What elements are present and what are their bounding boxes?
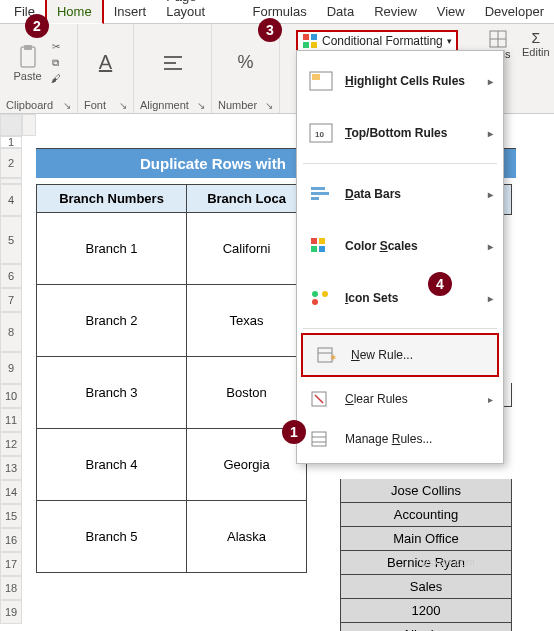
svg-rect-19	[311, 238, 317, 244]
cell-branch5[interactable]: Branch 5	[37, 501, 187, 573]
rh1[interactable]: 1	[0, 136, 22, 148]
tab-pagelayout[interactable]: Page Layout	[156, 0, 242, 23]
col-a-stub[interactable]	[22, 114, 36, 136]
data-table: Branch Numbers Branch Loca Branch 1Calif…	[36, 184, 307, 573]
tab-view[interactable]: View	[427, 0, 475, 23]
svg-rect-6	[311, 34, 317, 40]
header-branch-numbers[interactable]: Branch Numbers	[37, 185, 187, 213]
rh16[interactable]: 16	[0, 528, 22, 552]
rh15[interactable]: 15	[0, 504, 22, 528]
format-painter-icon[interactable]: 🖌	[47, 72, 65, 86]
alignment-button[interactable]	[161, 28, 185, 97]
font-button[interactable]: A	[99, 28, 112, 97]
cell-loc5[interactable]: Alaska	[187, 501, 307, 573]
cell-branch2[interactable]: Branch 2	[37, 285, 187, 357]
svg-rect-17	[311, 192, 329, 195]
rh13[interactable]: 13	[0, 456, 22, 480]
cf-label: Conditional Formatting	[322, 34, 443, 48]
select-all-corner[interactable]	[0, 114, 22, 136]
font-launcher-icon[interactable]: ↘	[119, 100, 127, 111]
rh19[interactable]: 19	[0, 600, 22, 624]
callout-3: 3	[258, 18, 282, 42]
svg-rect-1	[24, 45, 32, 50]
rh4[interactable]: 4	[0, 184, 22, 216]
highlight-cells-icon	[307, 69, 335, 93]
chevron-right-icon: ▸	[488, 76, 493, 87]
number-launcher-icon[interactable]: ↘	[265, 100, 273, 111]
menu-clear-rules[interactable]: Clear Rules ▸	[297, 379, 503, 419]
conditional-formatting-icon	[302, 33, 318, 49]
svg-point-25	[312, 299, 318, 305]
cell-detail-2[interactable]: Main Office	[340, 527, 512, 551]
cell-loc1[interactable]: Californi	[187, 213, 307, 285]
svg-rect-22	[319, 246, 325, 252]
rh5[interactable]: 5	[0, 216, 22, 264]
copy-icon[interactable]: ⧉	[47, 56, 65, 70]
cell-loc3[interactable]: Boston	[187, 357, 307, 429]
cell-detail-6[interactable]: Nicolas	[340, 623, 512, 631]
menu-label: Top/Bottom Rules	[345, 126, 447, 140]
rh14[interactable]: 14	[0, 480, 22, 504]
menu-data-bars[interactable]: Data Bars ▸	[297, 168, 503, 220]
menu-highlight-cells[interactable]: Highlight Cells Rules ▸	[297, 55, 503, 107]
rh7[interactable]: 7	[0, 288, 22, 312]
rh17[interactable]: 17	[0, 552, 22, 576]
rh11[interactable]: 11	[0, 408, 22, 432]
menu-color-scales[interactable]: Color Scales ▸	[297, 220, 503, 272]
menu-icon-sets[interactable]: Icon Sets ▸	[297, 272, 503, 324]
callout-1: 1	[282, 420, 306, 444]
cut-icon[interactable]: ✂	[47, 40, 65, 54]
menu-label: Highlight Cells Rules	[345, 74, 465, 88]
svg-line-30	[315, 395, 323, 403]
clipboard-launcher-icon[interactable]: ↘	[63, 100, 71, 111]
menu-manage-rules[interactable]: Manage Rules...	[297, 419, 503, 459]
cell-branch1[interactable]: Branch 1	[37, 213, 187, 285]
manage-rules-icon	[307, 427, 335, 451]
rh6[interactable]: 6	[0, 264, 22, 288]
rh10[interactable]: 10	[0, 384, 22, 408]
menu-new-rule[interactable]: ✶ New Rule...	[301, 333, 499, 377]
cell-detail-1[interactable]: Accounting	[340, 503, 512, 527]
rh12[interactable]: 12	[0, 432, 22, 456]
tab-insert[interactable]: Insert	[104, 0, 157, 23]
tab-developer[interactable]: Developer	[475, 0, 554, 23]
cell-detail-4[interactable]: Sales	[340, 575, 512, 599]
watermark: wsxdn.com	[420, 556, 475, 568]
svg-rect-18	[311, 197, 319, 200]
svg-point-24	[322, 291, 328, 297]
align-launcher-icon[interactable]: ↘	[197, 100, 205, 111]
cell-detail-5[interactable]: 1200	[340, 599, 512, 623]
rh8[interactable]: 8	[0, 312, 22, 352]
cell-branch3[interactable]: Branch 3	[37, 357, 187, 429]
tab-review[interactable]: Review	[364, 0, 427, 23]
svg-text:10: 10	[315, 130, 324, 139]
cell-detail-0[interactable]: Jose Collins	[340, 479, 512, 503]
tab-formulas[interactable]: Formulas	[243, 0, 317, 23]
tab-home[interactable]: Home	[45, 0, 104, 24]
cell-loc2[interactable]: Texas	[187, 285, 307, 357]
number-label: Number	[218, 97, 257, 111]
tab-data[interactable]: Data	[317, 0, 364, 23]
rh2[interactable]: 2	[0, 148, 22, 178]
menu-label: Manage Rules...	[345, 432, 432, 446]
paste-button[interactable]: Paste	[13, 44, 43, 82]
callout-2: 2	[25, 14, 49, 38]
menu-separator	[303, 163, 497, 164]
group-editing-stub[interactable]: Σ Editin	[522, 30, 550, 58]
paste-label: Paste	[13, 70, 41, 82]
menu-top-bottom[interactable]: 10 Top/Bottom Rules ▸	[297, 107, 503, 159]
color-scales-icon	[307, 234, 335, 258]
chevron-down-icon: ▾	[447, 36, 452, 46]
conditional-formatting-button[interactable]: Conditional Formatting ▾	[296, 30, 458, 52]
chevron-right-icon: ▸	[488, 128, 493, 139]
svg-text:✶: ✶	[329, 352, 337, 363]
svg-rect-5	[303, 34, 309, 40]
rh18[interactable]: 18	[0, 576, 22, 600]
svg-rect-8	[311, 42, 317, 48]
number-button[interactable]: %	[237, 28, 253, 97]
rh9[interactable]: 9	[0, 352, 22, 384]
clipboard-label: Clipboard	[6, 97, 53, 111]
cell-branch4[interactable]: Branch 4	[37, 429, 187, 501]
svg-rect-7	[303, 42, 309, 48]
header-branch-location[interactable]: Branch Loca	[187, 185, 307, 213]
